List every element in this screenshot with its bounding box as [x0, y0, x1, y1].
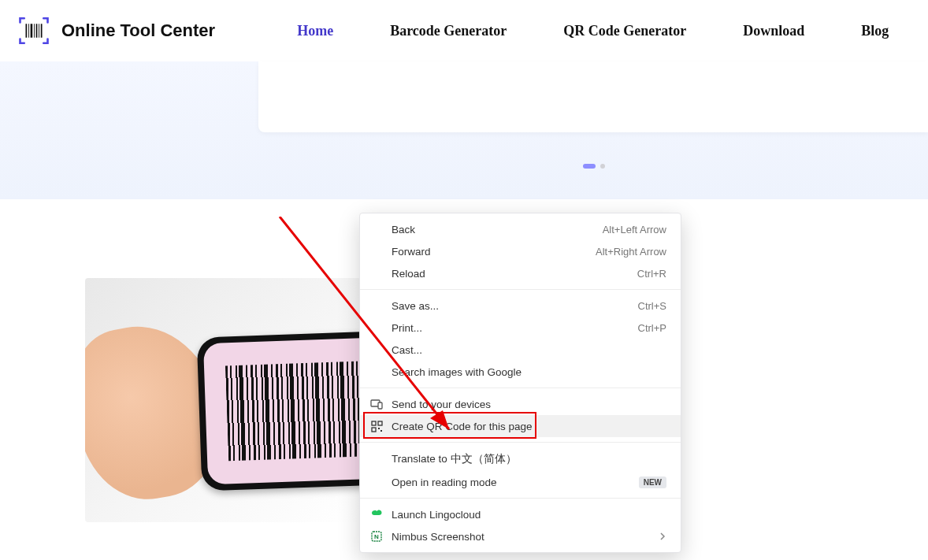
pager-dot[interactable] — [600, 164, 605, 169]
cm-print[interactable]: Print... Ctrl+P — [360, 317, 681, 339]
svg-rect-13 — [372, 428, 376, 432]
svg-rect-5 — [39, 24, 39, 38]
svg-rect-4 — [36, 24, 38, 38]
shortcut-label: Alt+Right Arrow — [596, 246, 666, 258]
lingocloud-icon — [369, 507, 384, 521]
cm-lingocloud[interactable]: Launch Lingocloud — [360, 503, 681, 525]
context-menu: Back Alt+Left Arrow Forward Alt+Right Ar… — [359, 213, 681, 553]
svg-rect-12 — [378, 421, 382, 425]
svg-rect-6 — [41, 24, 43, 38]
cm-cast[interactable]: Cast... — [360, 339, 681, 361]
svg-rect-10 — [378, 402, 382, 409]
hero-section — [0, 61, 928, 199]
main-nav: Home Barcode Generator QR Code Generator… — [297, 23, 889, 39]
chevron-right-icon — [659, 531, 666, 543]
svg-rect-11 — [372, 421, 376, 425]
cm-create-qr[interactable]: Create QR Code for this page — [360, 415, 681, 437]
devices-icon — [369, 397, 384, 411]
pager-dot-active[interactable] — [583, 164, 596, 169]
shortcut-label: Ctrl+R — [637, 268, 666, 280]
svg-text:N: N — [374, 533, 379, 540]
cm-reload[interactable]: Reload Ctrl+R — [360, 262, 681, 284]
cm-forward[interactable]: Forward Alt+Right Arrow — [360, 240, 681, 262]
cm-save-as[interactable]: Save as... Ctrl+S — [360, 295, 681, 317]
svg-rect-15 — [380, 430, 382, 432]
new-badge: NEW — [639, 477, 666, 488]
nav-qr-generator[interactable]: QR Code Generator — [563, 23, 686, 39]
nav-download[interactable]: Download — [743, 23, 804, 39]
nav-blog[interactable]: Blog — [861, 23, 889, 39]
qr-icon — [369, 419, 384, 433]
barcode-photo — [85, 278, 361, 522]
cm-search-images[interactable]: Search images with Google — [360, 361, 681, 383]
svg-rect-1 — [28, 24, 29, 38]
logo-icon — [17, 14, 50, 47]
shortcut-label: Ctrl+P — [638, 322, 666, 334]
nav-barcode-generator[interactable]: Barcode Generator — [390, 23, 507, 39]
shortcut-label: Ctrl+S — [638, 300, 666, 312]
cm-reading-mode[interactable]: Open in reading mode NEW — [360, 471, 681, 493]
nimbus-icon: N — [369, 529, 384, 543]
header: Online Tool Center Home Barcode Generato… — [0, 0, 928, 61]
nav-home[interactable]: Home — [297, 23, 333, 39]
svg-rect-14 — [378, 428, 380, 429]
svg-rect-2 — [31, 24, 33, 38]
svg-rect-0 — [26, 24, 28, 38]
cm-translate[interactable]: Translate to 中文（简体） — [360, 447, 681, 471]
hero-card — [258, 61, 928, 132]
cm-back[interactable]: Back Alt+Left Arrow — [360, 218, 681, 240]
carousel-pager — [583, 164, 605, 169]
shortcut-label: Alt+Left Arrow — [603, 224, 666, 235]
brand-name[interactable]: Online Tool Center — [61, 20, 215, 41]
barcode-icon — [225, 358, 361, 461]
cm-send-devices[interactable]: Send to your devices — [360, 393, 681, 415]
cm-nimbus[interactable]: N Nimbus Screenshot — [360, 525, 681, 547]
svg-rect-3 — [34, 24, 35, 38]
